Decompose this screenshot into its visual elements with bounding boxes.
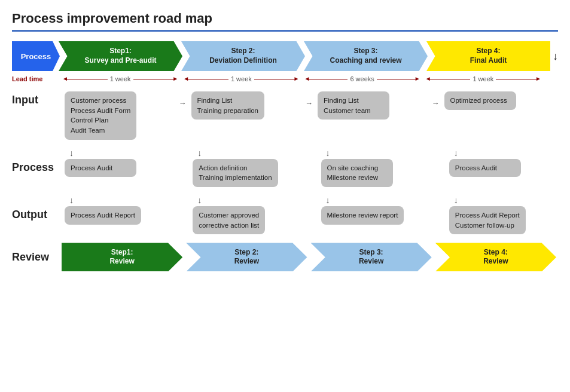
input-row: Input Customer process Process Audit For… [12, 91, 558, 140]
output-box-2: Customer approved corrective action list [193, 206, 265, 234]
process-label: Process [12, 159, 60, 174]
process-row: Process Process Audit Action definition … [12, 159, 558, 187]
process-cell-4: Process Audit [444, 159, 558, 177]
lead-seg-1: ◄ ► 1 week [60, 74, 181, 84]
output-cell-1: Process Audit Report [60, 206, 173, 225]
process-box-4: Process Audit [449, 159, 521, 177]
output-box-3: Milestone review report [321, 206, 404, 225]
down-arrows-2: ↓ ↓ ↓ ↓ [12, 195, 558, 205]
input-box-1: Customer process Process Audit Form Cont… [65, 91, 136, 140]
output-cell-4: Process Audit Report Customer follow-up [444, 206, 558, 234]
lead-seg-3: ◄ ► 6 weeks [302, 74, 423, 84]
review-label: Review [12, 251, 60, 264]
input-box-2: Finding List Training preparation [191, 91, 265, 120]
output-row: Output Process Audit Report Customer app… [12, 206, 558, 234]
timeline-row: Process Step1: Survey and Pre-audit Step… [12, 41, 558, 71]
process-box-3: On site coaching Milestone review [321, 159, 393, 187]
input-label: Input [12, 91, 60, 106]
output-cell-2: Customer approved corrective action list [188, 206, 301, 234]
input-cell-3: Finding List Customer team [313, 91, 432, 120]
step2-arrow: Step 2: Deviation Definition [181, 41, 305, 71]
input-arrow-3: → [432, 91, 440, 108]
down-arrows-1: ↓ ↓ ↓ ↓ [12, 148, 558, 158]
lead-label: Lead time [12, 75, 60, 82]
input-box-3: Finding List Customer team [318, 91, 389, 120]
review-row: Review Step1: Review Step 2: Review [12, 243, 558, 271]
input-cell-1: Customer process Process Audit Form Cont… [60, 91, 179, 140]
process-box-1: Process Audit [65, 159, 136, 177]
output-label: Output [12, 206, 60, 221]
input-content: Customer process Process Audit Form Cont… [60, 91, 558, 140]
step1-arrow: Step1: Survey and Pre-audit [59, 41, 182, 71]
input-arrow-1: → [179, 91, 187, 108]
input-cell-4: Optimized process [440, 91, 559, 110]
process-cell-1: Process Audit [60, 159, 173, 177]
step3-arrow: Step 3: Coaching and review [304, 41, 428, 71]
end-arrow: ↓ [550, 50, 558, 63]
step4-arrow: Step 4: Final Audit [426, 41, 550, 71]
output-box-4: Process Audit Report Customer follow-up [449, 206, 526, 234]
output-content: Process Audit Report Customer approved c… [60, 206, 558, 234]
leadtime-row: Lead time ◄ ► 1 week ◄ ► 1 week ◄ ► 6 we… [12, 74, 558, 84]
lead-seg-4: ◄ ► 1 week [423, 74, 544, 84]
process-start-box: Process [12, 41, 60, 71]
output-cell-3: Milestone review report [316, 206, 430, 225]
input-cell-2: Finding List Training preparation [187, 91, 306, 120]
output-box-1: Process Audit Report [65, 206, 141, 225]
process-content: Process Audit Action definition Training… [60, 159, 558, 187]
process-box-2: Action definition Training implementatio… [193, 159, 278, 187]
page-title: Process improvement road map [12, 11, 558, 26]
input-arrow-2: → [305, 91, 313, 108]
input-box-4: Optimized process [444, 91, 516, 110]
process-cell-2: Action definition Training implementatio… [188, 159, 301, 187]
title-divider [12, 30, 558, 32]
lead-seg-2: ◄ ► 1 week [181, 74, 301, 84]
process-cell-3: On site coaching Milestone review [316, 159, 430, 187]
